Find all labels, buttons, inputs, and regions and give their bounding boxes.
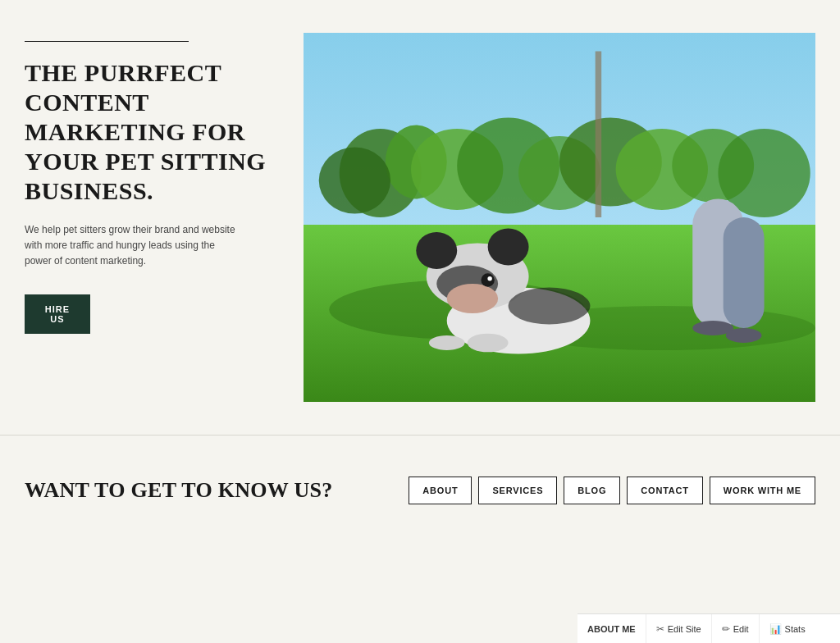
svg-point-26 <box>429 335 465 350</box>
nav-blog-button[interactable]: BLOG <box>564 477 620 504</box>
admin-edit[interactable]: ✏ Edit <box>712 614 760 643</box>
edit-icon: ✏ <box>722 623 730 635</box>
edit-label: Edit <box>733 624 749 634</box>
svg-point-21 <box>447 284 498 313</box>
nav-work-with-me-button[interactable]: WORK WITH ME <box>710 477 815 504</box>
admin-bar: ABOUT ME ✂ Edit Site ✏ Edit 📊 Stats <box>578 613 840 643</box>
admin-about-label: ABOUT ME <box>578 614 646 643</box>
hero-image <box>304 33 815 402</box>
stats-label: Stats <box>785 624 806 634</box>
admin-edit-site[interactable]: ✂ Edit Site <box>646 614 712 643</box>
bottom-navigation: ABOUT SERVICES BLOG CONTACT WORK WITH ME <box>409 477 815 504</box>
svg-point-18 <box>416 232 457 269</box>
bottom-title: WANT TO GET TO KNOW US? <box>25 477 333 504</box>
svg-rect-28 <box>724 217 765 328</box>
svg-point-24 <box>509 288 591 325</box>
svg-point-4 <box>319 148 390 214</box>
svg-point-25 <box>468 334 509 353</box>
hero-title: THE PURRFECT CONTENT MARKETING FOR YOUR … <box>25 58 271 206</box>
hero-image-container <box>304 33 815 402</box>
svg-point-30 <box>726 328 762 343</box>
hero-section: THE PURRFECT CONTENT MARKETING FOR YOUR … <box>0 0 840 435</box>
hero-subtitle: We help pet sitters grow their brand and… <box>25 222 238 270</box>
hero-divider <box>25 41 189 42</box>
bottom-left-content: WANT TO GET TO KNOW US? <box>25 477 333 504</box>
svg-point-22 <box>481 273 494 286</box>
hero-left-content: THE PURRFECT CONTENT MARKETING FOR YOUR … <box>25 33 271 334</box>
svg-point-23 <box>487 276 491 280</box>
admin-stats[interactable]: 📊 Stats <box>760 614 815 643</box>
edit-site-icon: ✂ <box>656 623 664 635</box>
hire-us-button[interactable]: HIRE US <box>25 294 90 334</box>
nav-contact-button[interactable]: CONTACT <box>627 477 703 504</box>
svg-point-19 <box>488 229 529 266</box>
bottom-section: WANT TO GET TO KNOW US? ABOUT SERVICES B… <box>0 436 840 545</box>
scene-background <box>304 33 815 402</box>
stats-icon: 📊 <box>769 623 782 635</box>
nav-services-button[interactable]: SERVICES <box>478 477 557 504</box>
nav-about-button[interactable]: ABOUT <box>409 477 472 504</box>
edit-site-label: Edit Site <box>668 624 701 634</box>
svg-rect-12 <box>596 52 601 218</box>
